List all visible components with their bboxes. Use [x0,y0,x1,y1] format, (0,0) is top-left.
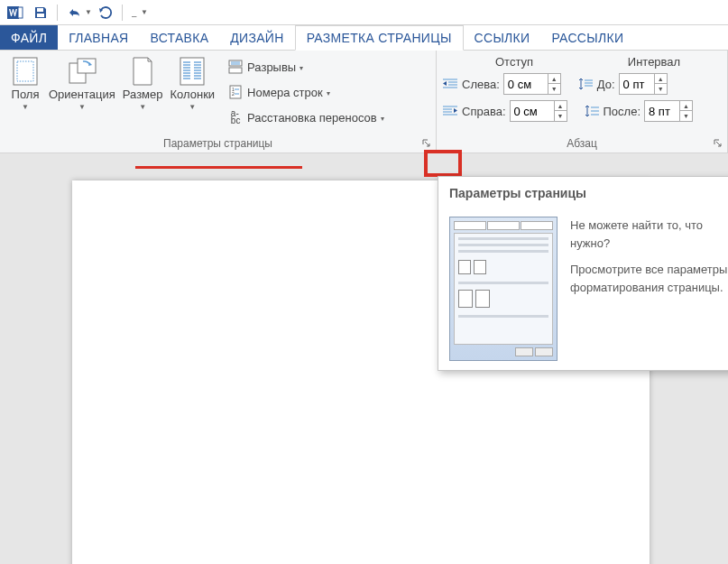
undo-dropdown-icon[interactable]: ▼ [85,8,92,16]
svg-rect-3 [37,14,44,17]
tab-references[interactable]: ССЫЛКИ [464,25,541,50]
breaks-button[interactable]: Разрывы ▾ [224,54,388,79]
chevron-down-icon: ▼ [189,103,196,111]
spin-up-icon[interactable]: ▲ [680,101,692,111]
tab-page-layout[interactable]: РАЗМЕТКА СТРАНИЦЫ [295,25,464,51]
spacing-before-icon [577,76,594,92]
line-numbers-label: Номера строк [247,86,322,99]
spacing-header: Интервал [586,55,722,69]
orientation-icon [67,56,97,87]
quick-access-toolbar: ▼ ⎯ ▼ [0,0,728,25]
screentip-description: Не можете найти то, что нужно? Просмотри… [570,217,728,361]
size-icon [127,56,158,87]
indent-right-spinner[interactable]: ▲▼ [510,100,567,122]
spin-down-icon[interactable]: ▼ [680,111,692,121]
svg-rect-0 [7,6,19,19]
columns-button[interactable]: Колонки ▼ [167,54,219,113]
margins-label: Поля [12,88,40,101]
chevron-down-icon: ▼ [22,103,29,111]
customize-dropdown-icon[interactable]: ▼ [141,8,148,16]
page-setup-group-label: Параметры страницы [0,134,436,153]
spacing-after-icon [584,103,600,119]
spacing-after-label: После: [604,105,641,118]
chevron-down-icon: ▼ [139,103,146,111]
spacing-before-label: До: [597,78,615,91]
save-button[interactable] [29,2,52,23]
spacing-before-spinner[interactable]: ▲▼ [619,73,668,95]
chevron-down-icon: ▾ [327,89,330,97]
spin-up-icon[interactable]: ▲ [655,74,667,84]
indent-left-input[interactable] [504,78,548,91]
columns-icon [177,56,207,87]
redo-button[interactable] [94,2,117,23]
indent-right-label: Справа: [462,105,506,118]
columns-label: Колонки [170,88,216,101]
breaks-label: Разрывы [247,60,296,74]
tab-insert[interactable]: ВСТАВКА [139,25,219,50]
indent-left-spinner[interactable]: ▲▼ [503,73,561,95]
customize-qat-button[interactable]: ⎯ [127,2,142,23]
group-paragraph: Отступ Интервал Слева: ▲▼ До: [437,51,728,153]
chevron-down-icon: ▾ [299,64,303,72]
spacing-after-input[interactable] [645,105,679,118]
svg-rect-2 [37,8,43,12]
separator [57,5,58,21]
indent-header: Отступ [442,55,586,69]
tab-home[interactable]: ГЛАВНАЯ [58,25,139,50]
hyphenation-label: Расстановка переносов [247,111,377,125]
word-app-icon[interactable] [4,2,27,23]
separator [122,5,123,21]
paragraph-dialog-launcher[interactable] [711,136,725,151]
breaks-icon [227,59,244,75]
svg-rect-23 [229,60,242,66]
tab-file[interactable]: ФАЙЛ [0,25,58,50]
svg-rect-7 [78,59,96,73]
ribbon-tabs: ФАЙЛ ГЛАВНАЯ ВСТАВКА ДИЗАЙН РАЗМЕТКА СТР… [0,25,728,51]
indent-right-input[interactable] [511,105,554,118]
spin-down-icon[interactable]: ▼ [555,111,567,121]
annotation-underline [135,166,302,169]
spin-down-icon[interactable]: ▼ [548,84,560,94]
chevron-down-icon: ▼ [78,103,86,111]
spacing-before-input[interactable] [620,78,654,91]
margins-icon [10,56,41,87]
indent-left-label: Слева: [462,78,500,91]
size-label: Размер [123,88,163,101]
orientation-label: Ориентация [49,88,115,101]
annotation-highlight-box [424,150,462,177]
svg-rect-1 [18,7,23,18]
spacing-after-spinner[interactable]: ▲▼ [644,100,693,122]
spin-up-icon[interactable]: ▲ [548,74,560,84]
tab-design[interactable]: ДИЗАЙН [219,25,294,50]
indent-left-icon [442,76,458,92]
group-page-setup: Поля ▼ Ориентация ▼ Размер ▼ [0,51,437,153]
spin-down-icon[interactable]: ▼ [655,84,667,94]
undo-button[interactable] [62,2,86,23]
margins-button[interactable]: Поля ▼ [5,54,45,113]
hyphenation-button[interactable]: a-bc Расстановка переносов ▾ [224,105,388,130]
line-numbers-icon: 12 [227,84,244,100]
screentip-page-setup: Параметры страницы Не можете найти то, ч… [438,176,728,371]
svg-text:2: 2 [232,91,235,97]
indent-right-icon [442,103,458,119]
line-numbers-button[interactable]: 12 Номера строк ▾ [224,79,388,105]
tab-mailings[interactable]: РАССЫЛКИ [540,25,634,50]
ribbon: Поля ▼ Ориентация ▼ Размер ▼ [0,51,728,153]
screentip-title: Параметры страницы [449,186,728,200]
chevron-down-icon: ▾ [381,115,384,123]
hyphenation-icon: a-bc [227,109,244,125]
svg-rect-24 [229,68,242,73]
screentip-thumbnail [449,217,558,361]
page-setup-dialog-launcher[interactable] [419,136,434,151]
orientation-button[interactable]: Ориентация ▼ [45,54,119,113]
spin-up-icon[interactable]: ▲ [555,101,567,111]
paragraph-group-label: Абзац [437,134,727,153]
size-button[interactable]: Размер ▼ [119,54,167,113]
